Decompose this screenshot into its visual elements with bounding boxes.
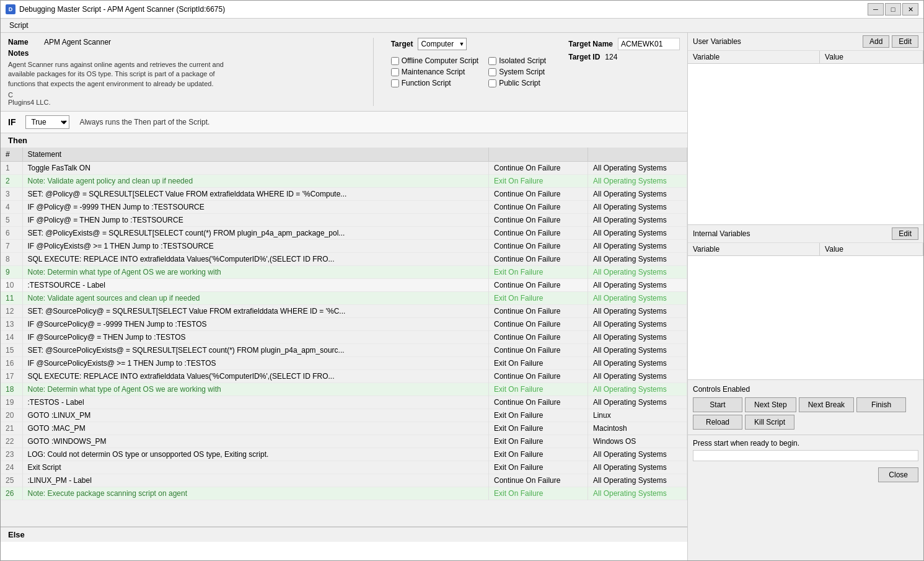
row-os: All Operating Systems [588,266,687,279]
table-row: 19:TESTOS - LabelContinue On FailureAll … [1,396,687,409]
target-select[interactable]: Computer [418,38,467,50]
row-num: 7 [1,240,22,253]
function-script-checkbox[interactable]: Function Script [391,79,479,87]
close-btn-area: Close [688,465,923,485]
row-failure: Exit On Failure [489,487,588,500]
int-col-variable: Variable [688,243,820,256]
next-step-button[interactable]: Next Step [745,397,796,412]
row-failure: Exit On Failure [489,461,588,474]
row-os: All Operating Systems [588,292,687,305]
row-num: 2 [1,175,22,188]
row-num: 11 [1,292,22,305]
row-os: Linux [588,409,687,422]
table-row: 2Note: Validate agent policy and clean u… [1,175,687,188]
isolated-script-checkbox[interactable]: Isolated Script [488,56,546,65]
offline-computer-script-checkbox[interactable]: Offline Computer Script [391,56,479,65]
row-failure: Continue On Failure [489,227,588,240]
row-os: All Operating Systems [588,201,687,214]
maintenance-script-checkbox[interactable]: Maintenance Script [391,68,479,76]
internal-variables-title: Internal Variables [693,229,750,238]
internal-variables-section: Internal Variables Edit Variable Value [688,225,923,380]
row-statement: Note: Validate agent sources and clean u… [22,292,489,305]
table-row: 8 SQL EXECUTE: REPLACE INTO extrafieldda… [1,253,687,266]
window-title: Debugging Master Script - APM Agent Scan… [19,5,225,14]
then-label: Then [1,133,687,148]
row-statement: SET: @PolicyExists@ = SQLRESULT[SELECT c… [22,227,489,240]
col-statement: Statement [22,148,489,162]
var-col-value: Value [820,51,923,64]
public-script-checkbox[interactable]: Public Script [488,79,546,87]
kill-script-button[interactable]: Kill Script [745,415,794,430]
row-failure: Continue On Failure [489,370,588,383]
statements-table-container[interactable]: # Statement 1Toggle FasTalk ONContinue O… [1,148,687,527]
name-label: Name [8,38,39,46]
target-name-input[interactable] [618,38,680,50]
row-num: 5 [1,214,22,227]
row-os: All Operating Systems [588,357,687,370]
row-failure: Continue On Failure [489,396,588,409]
content-area: Name APM Agent Scanner Notes Agent Scann… [1,33,923,560]
if-section: IF True Always runs the Then part of the… [1,112,687,133]
user-variables-header: User Variables Add Edit [688,33,923,51]
row-failure: Continue On Failure [489,240,588,253]
row-statement: IF @SourcePolicyExists@ >= 1 THEN Jump t… [22,357,489,370]
row-failure: Exit On Failure [489,383,588,396]
start-button[interactable]: Start [693,397,742,412]
row-failure: Exit On Failure [489,357,588,370]
table-row: 22GOTO :WINDOWS_PMExit On FailureWindows… [1,435,687,448]
notes-row: Notes [8,49,356,58]
table-row: 13IF @SourcePolicy@ = -9999 THEN Jump to… [1,318,687,331]
target-row: Target Computer [391,38,547,50]
add-variable-button[interactable]: Add [863,35,889,48]
target-id-value: 124 [605,53,617,61]
row-statement: GOTO :LINUX_PM [22,409,489,422]
row-statement: SQL EXECUTE: REPLACE INTO extrafielddata… [22,370,489,383]
menu-script[interactable]: Script [6,20,32,31]
minimize-button[interactable]: ─ [868,3,884,15]
row-num: 24 [1,461,22,474]
description-text: Agent Scanner runs against online agents… [8,60,244,89]
table-row: 14IF @SourcePolicy@ = THEN Jump to :TEST… [1,331,687,344]
right-panel: User Variables Add Edit Variable Value [688,33,923,560]
row-failure: Continue On Failure [489,162,588,175]
reload-button[interactable]: Reload [693,415,742,430]
close-main-button[interactable]: Close [878,467,918,482]
int-col-value: Value [820,243,923,256]
name-row: Name APM Agent Scanner [8,38,356,46]
target-section: Target Computer Offline Computer Script [391,38,547,106]
finish-button[interactable]: Finish [856,397,906,412]
row-os: All Operating Systems [588,370,687,383]
notes-label: Notes [8,49,39,58]
system-script-checkbox[interactable]: System Script [488,68,546,76]
row-statement: SET: @SourcePolicy@ = SQLRESULT[SELECT V… [22,305,489,318]
row-num: 23 [1,448,22,461]
if-description: Always runs the Then part of the Script. [79,118,209,126]
user-variables-buttons: Add Edit [863,35,918,48]
edit-internal-button[interactable]: Edit [892,227,918,240]
row-os: All Operating Systems [588,448,687,461]
if-select[interactable]: True [25,115,69,129]
table-row: 16IF @SourcePolicyExists@ >= 1 THEN Jump… [1,357,687,370]
table-row: 10:TESTSOURCE - LabelContinue On Failure… [1,279,687,292]
row-statement: SQL EXECUTE: REPLACE INTO extrafielddata… [22,253,489,266]
row-failure: Continue On Failure [489,318,588,331]
table-row: 23LOG: Could not determin OS type or uns… [1,448,687,461]
row-statement: Toggle FasTalk ON [22,162,489,175]
row-statement: SET: @SourcePolicyExists@ = SQLRESULT[SE… [22,344,489,357]
edit-variable-button[interactable]: Edit [892,35,918,48]
table-row: 4IF @Policy@ = -9999 THEN Jump to :TESTS… [1,201,687,214]
var-col-variable: Variable [688,51,820,64]
maximize-button[interactable]: □ [885,3,901,15]
row-os: All Operating Systems [588,344,687,357]
if-select-wrapper: True [25,115,69,129]
row-statement: GOTO :MAC_PM [22,422,489,435]
row-failure: Exit On Failure [489,409,588,422]
close-button[interactable]: ✕ [902,3,918,15]
status-section: Press start when ready to begin. [688,435,923,465]
name-value: APM Agent Scanner [44,38,111,46]
row-os: All Operating Systems [588,162,687,175]
next-break-button[interactable]: Next Break [799,397,854,412]
table-row: 1Toggle FasTalk ONContinue On FailureAll… [1,162,687,175]
row-statement: IF @SourcePolicy@ = -9999 THEN Jump to :… [22,318,489,331]
row-os: All Operating Systems [588,396,687,409]
